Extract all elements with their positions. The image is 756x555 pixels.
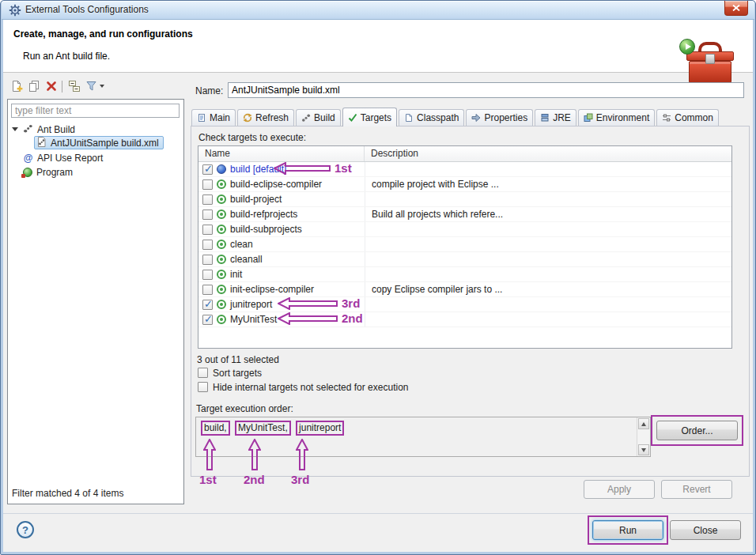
selected-tree-item[interactable]: AntJUnitSample build.xml bbox=[34, 136, 164, 149]
titlebar[interactable]: External Tools Configurations bbox=[2, 1, 754, 20]
collapse-all-button[interactable] bbox=[67, 79, 81, 93]
sidebar-item-antjunitsample[interactable]: AntJUnitSample build.xml bbox=[34, 136, 164, 149]
table-row[interactable]: cleanall bbox=[198, 252, 731, 267]
filter-menu-button[interactable] bbox=[85, 79, 105, 93]
hide-internal-targets-label: Hide internal targets not selected for e… bbox=[213, 382, 408, 393]
new-configuration-button[interactable] bbox=[9, 79, 24, 93]
environment-tab-icon bbox=[584, 113, 593, 123]
target-checkbox[interactable] bbox=[202, 225, 213, 235]
target-name: MyUnitTest bbox=[230, 314, 277, 325]
target-checkbox[interactable] bbox=[202, 255, 213, 265]
sidebar-item-api-use-report[interactable]: @ API Use Report bbox=[23, 151, 103, 164]
dialog-header: Create, manage, and run configurations R… bbox=[3, 20, 753, 73]
target-description bbox=[365, 162, 731, 176]
close-button[interactable]: Close bbox=[670, 520, 741, 540]
table-row[interactable]: build-project bbox=[198, 192, 731, 207]
tab-targets[interactable]: Targets bbox=[342, 108, 397, 126]
tab-classpath[interactable]: Classpath bbox=[399, 109, 464, 126]
target-checkbox[interactable] bbox=[202, 210, 213, 220]
target-name: cleanall bbox=[230, 254, 263, 265]
table-row[interactable]: init bbox=[198, 267, 731, 282]
target-description bbox=[365, 267, 731, 281]
revert-button[interactable]: Revert bbox=[661, 480, 732, 499]
table-row[interactable]: junitreport bbox=[198, 297, 731, 312]
tab-main[interactable]: Main bbox=[191, 109, 236, 126]
toolbar-divider bbox=[62, 81, 62, 92]
target-checkbox[interactable] bbox=[202, 315, 213, 325]
apply-button[interactable]: Apply bbox=[584, 480, 655, 499]
help-button[interactable]: ? bbox=[17, 521, 34, 538]
target-name-cell: clean bbox=[198, 237, 365, 251]
execution-order-item: MyUnitTest, bbox=[235, 421, 291, 436]
tab-label: Refresh bbox=[255, 112, 289, 123]
target-name-cell: build-eclipse-compiler bbox=[198, 177, 365, 191]
duplicate-configuration-button[interactable] bbox=[27, 79, 41, 93]
target-name: init bbox=[230, 269, 242, 280]
external-tools-configurations-dialog: External Tools Configurations Create, ma… bbox=[0, 0, 756, 555]
tree-item-label: Ant Build bbox=[37, 124, 75, 135]
close-window-button[interactable] bbox=[724, 1, 748, 16]
name-input[interactable] bbox=[228, 82, 744, 98]
scroll-up-button[interactable] bbox=[638, 418, 649, 429]
sort-targets-checkbox[interactable] bbox=[198, 368, 208, 378]
name-label: Name: bbox=[195, 85, 223, 96]
execution-order-field[interactable]: build, MyUnitTest, junitreport bbox=[195, 417, 651, 457]
delete-configuration-button[interactable] bbox=[44, 79, 59, 93]
ant-default-target-icon bbox=[217, 164, 226, 174]
window-title: External Tools Configurations bbox=[25, 4, 149, 15]
expander-icon[interactable] bbox=[12, 127, 18, 131]
target-description bbox=[365, 252, 731, 266]
name-column-header[interactable]: Name bbox=[198, 146, 365, 161]
table-row[interactable]: init-eclipse-compiler copy Eclipse compi… bbox=[198, 282, 731, 297]
table-row[interactable]: build-refprojects Build all projects whi… bbox=[198, 207, 731, 222]
tab-properties[interactable]: Properties bbox=[466, 109, 533, 126]
table-row[interactable]: build [default] bbox=[198, 162, 731, 177]
target-checkbox[interactable] bbox=[202, 240, 213, 250]
filter-status: Filter matched 4 of 4 items bbox=[12, 488, 123, 499]
run-button[interactable]: Run bbox=[592, 520, 663, 540]
jre-tab-icon bbox=[540, 113, 550, 123]
triangle-down-icon bbox=[641, 448, 646, 452]
table-row[interactable]: build-eclipse-compiler compile project w… bbox=[198, 177, 731, 192]
table-header[interactable]: Name Description bbox=[198, 146, 731, 162]
target-checkbox[interactable] bbox=[202, 270, 213, 280]
selection-status: 3 out of 11 selected bbox=[197, 354, 279, 365]
ant-target-icon bbox=[217, 255, 226, 264]
target-checkbox[interactable] bbox=[202, 179, 213, 190]
filter-input[interactable] bbox=[11, 104, 180, 118]
toolbox-body bbox=[689, 61, 731, 85]
tab-refresh[interactable]: Refresh bbox=[237, 109, 294, 126]
target-checkbox[interactable] bbox=[202, 300, 213, 310]
ant-icon bbox=[23, 123, 33, 136]
targets-table[interactable]: Name Description build [default] build-e… bbox=[198, 145, 732, 349]
hide-internal-targets-checkbox[interactable] bbox=[198, 382, 208, 392]
tab-label: Main bbox=[210, 112, 230, 123]
tab-common[interactable]: Common bbox=[656, 109, 719, 126]
order-button[interactable]: Order... bbox=[656, 421, 738, 440]
ant-target-icon bbox=[217, 240, 226, 249]
execution-order-item: build, bbox=[201, 421, 230, 436]
target-checkbox[interactable] bbox=[202, 194, 213, 205]
tab-build[interactable]: Build bbox=[296, 109, 341, 126]
description-column-header[interactable]: Description bbox=[365, 146, 731, 161]
sidebar-item-program[interactable]: Program bbox=[23, 165, 73, 179]
tab-jre[interactable]: JRE bbox=[535, 109, 576, 126]
order-scrollbar[interactable] bbox=[637, 417, 650, 456]
table-row[interactable]: MyUnitTest bbox=[198, 312, 731, 327]
ant-buildfile-icon bbox=[36, 137, 47, 149]
program-icon bbox=[23, 168, 32, 177]
table-row[interactable]: clean bbox=[198, 237, 731, 252]
execution-order-item: junitreport bbox=[296, 421, 344, 436]
table-row[interactable]: build-subprojects bbox=[198, 222, 731, 237]
scroll-down-button[interactable] bbox=[638, 444, 649, 455]
common-tab-icon bbox=[662, 113, 671, 123]
target-checkbox[interactable] bbox=[202, 285, 213, 295]
ant-target-icon bbox=[217, 194, 226, 204]
tab-label: JRE bbox=[553, 112, 571, 123]
external-tools-icon bbox=[9, 4, 21, 17]
sidebar-item-ant-build[interactable]: Ant Build bbox=[12, 123, 75, 136]
target-checkbox[interactable] bbox=[202, 164, 213, 175]
annotation-label-second: 2nd bbox=[244, 473, 265, 486]
tab-label: Build bbox=[314, 112, 335, 123]
tab-environment[interactable]: Environment bbox=[578, 109, 655, 126]
